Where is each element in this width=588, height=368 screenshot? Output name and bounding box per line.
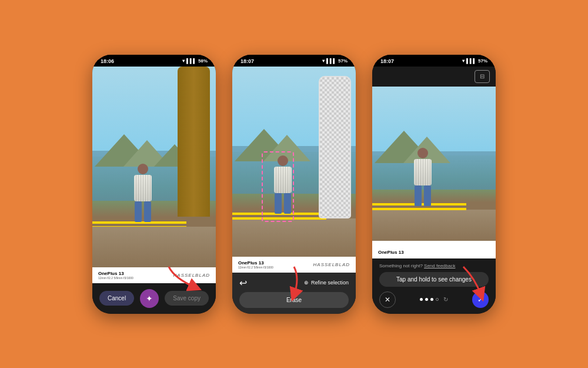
shirt-pattern-1 — [134, 175, 152, 201]
tree-trunk-1 — [178, 67, 210, 217]
leg-right-1 — [144, 201, 151, 222]
ground-2 — [232, 218, 356, 257]
time-3: 18:07 — [380, 58, 394, 64]
feedback-text: Something not right? Send feedback — [379, 263, 489, 268]
compare-icon: ⊟ — [480, 73, 485, 79]
time-1: 18:06 — [101, 58, 114, 64]
leg-left-1 — [135, 201, 142, 222]
person-head-1 — [138, 164, 148, 174]
bar3-actions: ✕ ↻ ✓ — [379, 291, 489, 308]
ground-1 — [92, 227, 216, 267]
save-copy-button[interactable]: Save copy — [165, 291, 209, 306]
watermark-right-2: HASSELBLAD — [313, 262, 350, 267]
phone-1: 18:06 ▾ ▌▌▌ 58% — [92, 55, 216, 314]
photo-scene-2 — [232, 67, 356, 257]
status-bar-1: 18:06 ▾ ▌▌▌ 58% — [92, 55, 216, 67]
person-head-3 — [417, 148, 428, 158]
confirm-button[interactable]: ✓ — [472, 291, 489, 308]
phone-3: 18:07 ▾ ▌▌▌ 57% ⊟ — [372, 55, 496, 314]
refine-selection-button[interactable]: ⊕ Refine selection — [304, 280, 349, 286]
tap-hold-button[interactable]: Tap and hold to see changes — [379, 272, 489, 287]
dot-1 — [420, 298, 423, 301]
signal-icon-3: ▌▌▌ — [466, 58, 476, 64]
magic-eraser-button[interactable]: ✦ — [140, 289, 159, 308]
person-legs-1 — [129, 201, 156, 222]
undo-button[interactable]: ↩ — [239, 277, 247, 289]
watermark-1: OnePlus 13 12mm f/2.2 5/9mm f3/1000 HASS… — [92, 267, 216, 283]
selection-outline — [262, 151, 294, 222]
watermark-right-1: HASSELBLAD — [173, 273, 210, 278]
person-1 — [129, 164, 156, 223]
phone-3-body: 18:07 ▾ ▌▌▌ 57% ⊟ — [372, 55, 496, 314]
dot-4 — [436, 298, 439, 301]
ground-3 — [372, 210, 496, 240]
refine-icon: ⊕ — [304, 280, 309, 286]
compare-button[interactable]: ⊟ — [475, 70, 490, 83]
refresh-icon: ↻ — [443, 296, 448, 303]
dot-2 — [425, 298, 428, 301]
status-bar-3: 18:07 ▾ ▌▌▌ 57% — [372, 55, 496, 67]
phone-2: 18:07 ▾ ▌▌▌ 57% — [232, 55, 356, 314]
battery-3: 57% — [478, 58, 487, 64]
time-2: 18:07 — [240, 58, 254, 64]
status-icons-1: ▾ ▌▌▌ 58% — [182, 58, 208, 64]
wifi-icon-3: ▾ — [462, 58, 465, 64]
signal-icon: ▌▌▌ — [186, 58, 196, 64]
close-icon-3: ✕ — [385, 296, 390, 304]
watermark-brand-left-2: OnePlus 13 12mm f/2.2 5/9mm f3/1000 — [238, 260, 273, 269]
battery-1: 58% — [198, 58, 208, 64]
close-button-3[interactable]: ✕ — [379, 291, 396, 308]
bottom-bar-2: ↩ ⊕ Refine selection Erase — [232, 273, 356, 314]
bottom-bar-3: Something not right? Send feedback Tap a… — [372, 258, 496, 314]
wifi-icon: ▾ — [182, 58, 185, 64]
watermark-brand-left-3: 18:07 OnePlus 13 — [378, 244, 404, 255]
phone-1-body: 18:06 ▾ ▌▌▌ 58% — [92, 55, 216, 314]
wifi-icon-2: ▾ — [322, 58, 325, 64]
photo-area-1 — [92, 67, 216, 267]
watermark-brand-left: OnePlus 13 12mm f/2.2 5/9mm f3/1000 — [98, 271, 133, 280]
bar2-top: ↩ ⊕ Refine selection — [239, 277, 349, 289]
photo-scene-3 — [372, 87, 496, 241]
photo-area-2 — [232, 67, 356, 257]
person-legs-3 — [409, 185, 436, 206]
signal-icon-2: ▌▌▌ — [326, 58, 336, 64]
phone3-top-bar: ⊟ — [372, 67, 496, 87]
person-body-3 — [414, 159, 432, 185]
photo-area-3 — [372, 87, 496, 241]
check-icon: ✓ — [477, 296, 483, 304]
erase-button[interactable]: Erase — [239, 292, 349, 308]
phone-2-body: 18:07 ▾ ▌▌▌ 57% — [232, 55, 356, 314]
status-icons-2: ▾ ▌▌▌ 57% — [322, 58, 348, 64]
cancel-button[interactable]: Cancel — [99, 291, 134, 306]
dot-3 — [430, 298, 433, 301]
send-feedback-link[interactable]: Send feedback — [424, 263, 455, 268]
person-3 — [409, 148, 436, 207]
battery-2: 57% — [338, 58, 348, 64]
person-body-1 — [134, 175, 152, 201]
erased-tree-area — [319, 76, 351, 218]
watermark-2: OnePlus 13 12mm f/2.2 5/9mm f3/1000 HASS… — [232, 257, 356, 273]
bottom-bar-1: Cancel ✦ Save copy — [92, 283, 216, 314]
status-icons-3: ▾ ▌▌▌ 57% — [462, 58, 487, 64]
watermark-3: 18:07 OnePlus 13 — [372, 241, 496, 258]
magic-icon: ✦ — [146, 294, 153, 303]
dots-area: ↻ — [420, 296, 448, 303]
status-bar-2: 18:07 ▾ ▌▌▌ 57% — [232, 55, 356, 67]
